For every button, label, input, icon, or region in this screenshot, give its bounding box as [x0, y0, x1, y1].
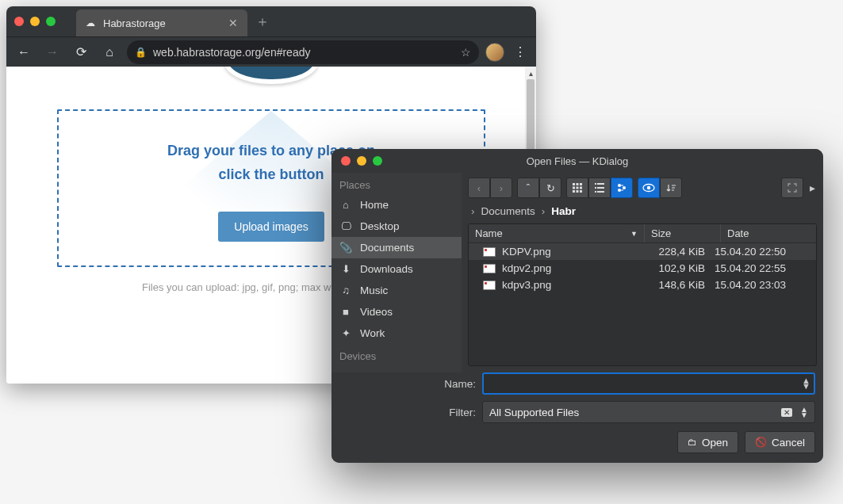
music-icon: ♫	[339, 284, 352, 296]
sidebar-item-label: Work	[360, 327, 385, 339]
svg-rect-9	[595, 183, 596, 185]
breadcrumb-parent[interactable]: Documents	[481, 205, 535, 217]
fullscreen-button[interactable]	[781, 178, 803, 198]
dropzone-line2: click the button	[218, 166, 324, 182]
svg-rect-12	[597, 187, 604, 189]
close-window-button[interactable]	[14, 17, 24, 26]
maximize-window-button[interactable]	[46, 17, 56, 26]
sidebar-item-label: Music	[360, 284, 388, 296]
sort-options-button[interactable]	[660, 178, 682, 198]
sidebar-item-desktop[interactable]: 🖵Desktop	[331, 216, 462, 237]
name-input[interactable]: ▲▼	[482, 372, 815, 395]
image-file-icon	[483, 281, 496, 290]
forward-button[interactable]: →	[41, 41, 63, 63]
reload-button[interactable]: ⟳	[70, 41, 92, 63]
sidebar-item-label: Desktop	[360, 220, 400, 232]
file-name: kdpv2.png	[502, 262, 551, 274]
upload-images-button[interactable]: Upload images	[218, 212, 324, 242]
devices-heading: Devices	[331, 347, 462, 365]
filter-label: Filter:	[438, 407, 476, 418]
sidebar-item-videos[interactable]: ■Videos	[331, 301, 462, 323]
svg-rect-7	[577, 190, 579, 193]
sidebar-item-work[interactable]: ✦Work	[331, 323, 462, 344]
clear-filter-icon[interactable]: ✕	[781, 408, 792, 417]
dialog-titlebar: Open Files — KDialog	[331, 149, 823, 173]
file-size: 102,9 KiB	[638, 262, 715, 274]
sidebar-item-label: Home	[360, 199, 389, 211]
nav-up-button[interactable]: ˆ	[517, 178, 539, 198]
browser-menu-button[interactable]: ⋮	[511, 44, 530, 59]
file-date: 15.04.20 22:50	[715, 246, 810, 258]
svg-rect-13	[595, 191, 596, 193]
home-button[interactable]: ⌂	[98, 41, 121, 63]
nav-back-button[interactable]: ‹	[468, 178, 490, 198]
svg-rect-4	[577, 187, 579, 189]
view-icons-button[interactable]	[566, 178, 588, 198]
sidebar-item-label: Downloads	[360, 263, 413, 275]
site-logo	[224, 67, 319, 84]
file-name: kdpv3.png	[502, 279, 551, 291]
file-row[interactable]: kdpv3.png148,6 KiB15.04.20 23:03	[469, 277, 816, 293]
sidebar-item-home[interactable]: ⌂Home	[331, 194, 462, 216]
desktop-icon: 🖵	[339, 220, 352, 232]
sidebar-item-downloads[interactable]: ⬇Downloads	[331, 258, 462, 280]
file-name: KDPV.png	[502, 246, 551, 258]
filter-select[interactable]: All Supported Files ✕ ▲▼	[482, 401, 815, 423]
browser-tab[interactable]: ☁ Habrastorage ✕	[76, 10, 247, 36]
svg-rect-3	[573, 187, 575, 189]
dialog-minimize-button[interactable]	[357, 156, 366, 166]
svg-rect-5	[580, 187, 582, 189]
toolbar-overflow-icon[interactable]: ▸	[808, 181, 817, 194]
preview-toggle-button[interactable]	[638, 178, 660, 198]
view-list-button[interactable]	[588, 178, 611, 198]
folder-icon: 🗀	[688, 437, 697, 448]
svg-rect-14	[597, 191, 604, 193]
profile-avatar[interactable]	[485, 43, 504, 62]
breadcrumb-current[interactable]: Habr	[551, 205, 576, 217]
minimize-window-button[interactable]	[30, 17, 40, 26]
file-row[interactable]: KDPV.png228,4 KiB15.04.20 22:50	[469, 243, 816, 260]
home-icon: ⌂	[339, 199, 352, 211]
new-tab-button[interactable]: ＋	[255, 12, 270, 31]
places-sidebar: Places ⌂Home🖵Desktop📎Documents⬇Downloads…	[331, 173, 462, 372]
svg-point-21	[647, 186, 650, 189]
sidebar-item-label: Videos	[360, 306, 393, 318]
svg-point-16	[623, 186, 626, 189]
sidebar-item-label: Documents	[360, 242, 414, 254]
breadcrumb: › Documents › Habr	[462, 203, 823, 223]
view-tree-button[interactable]	[611, 178, 633, 198]
scrollbar-up-icon[interactable]: ▴	[525, 67, 536, 79]
svg-rect-18	[619, 185, 623, 186]
nav-reload-button[interactable]: ↻	[539, 178, 561, 198]
dialog-main: ‹ › ˆ ↻	[462, 173, 823, 372]
svg-rect-8	[580, 190, 582, 193]
sidebar-item-music[interactable]: ♫Music	[331, 280, 462, 301]
sort-indicator-icon: ▼	[630, 230, 638, 238]
svg-rect-11	[595, 187, 596, 189]
dialog-maximize-button[interactable]	[373, 156, 382, 166]
file-row[interactable]: kdpv2.png102,9 KiB15.04.20 22:55	[469, 260, 816, 277]
svg-rect-2	[580, 183, 582, 185]
address-bar[interactable]: 🔒 web.habrastorage.org/en#ready ☆	[127, 40, 479, 64]
back-button[interactable]: ←	[13, 41, 35, 63]
svg-rect-6	[573, 190, 575, 193]
browser-titlebar: ☁ Habrastorage ✕ ＋	[6, 6, 536, 36]
filter-dropdown-icon[interactable]: ▲▼	[800, 407, 808, 418]
file-size: 228,4 KiB	[638, 246, 715, 258]
svg-rect-19	[619, 190, 623, 191]
tab-close-icon[interactable]: ✕	[228, 17, 238, 29]
tab-favicon-icon: ☁	[86, 17, 95, 29]
column-header-name[interactable]: Name ▼	[469, 224, 645, 242]
nav-forward-button[interactable]: ›	[490, 178, 512, 198]
column-header-size[interactable]: Size	[645, 224, 721, 242]
open-button[interactable]: 🗀 Open	[677, 431, 738, 453]
dialog-close-button[interactable]	[341, 156, 351, 166]
column-header-date[interactable]: Date	[721, 224, 816, 242]
tab-title: Habrastorage	[103, 17, 220, 29]
stepper-icon[interactable]: ▲▼	[802, 378, 810, 389]
window-controls	[14, 17, 56, 26]
bookmark-star-icon[interactable]: ☆	[461, 46, 471, 59]
sidebar-item-documents[interactable]: 📎Documents	[331, 237, 462, 258]
browser-toolbar: ← → ⟳ ⌂ 🔒 web.habrastorage.org/en#ready …	[6, 36, 536, 67]
cancel-button[interactable]: 🚫 Cancel	[745, 431, 815, 453]
